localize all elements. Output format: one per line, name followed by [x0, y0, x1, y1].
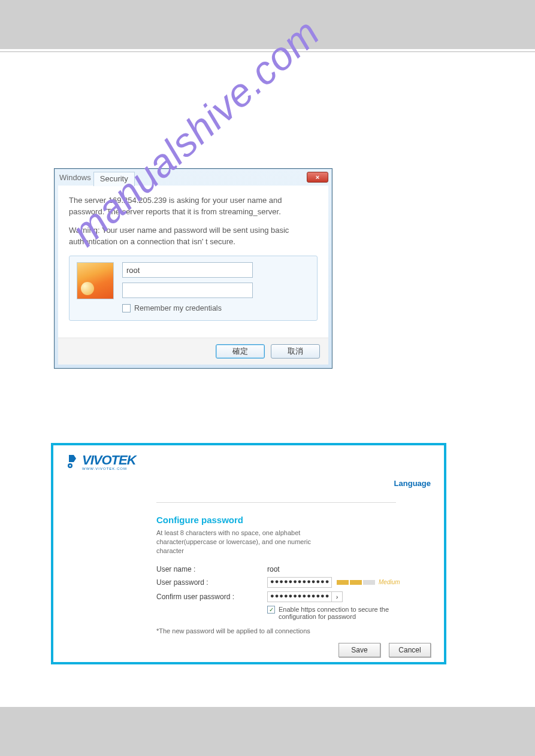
- password-hint: At least 8 characters with no space, one…: [156, 529, 312, 555]
- dialog-footer: 確定 取消: [58, 338, 328, 365]
- save-button[interactable]: Save: [338, 643, 380, 657]
- password-reveal-button[interactable]: ›: [332, 591, 343, 602]
- password-note: *The new password will be applied to all…: [156, 627, 431, 634]
- confirm-password-label: Confirm user password :: [156, 593, 267, 601]
- dialog-body: The server 169.254.205.239 is asking for…: [58, 186, 328, 365]
- dialog-message-2: Warning: Your user name and password wil…: [69, 225, 318, 248]
- https-row: ✓ Enable https connection to secure the …: [267, 606, 431, 620]
- strength-meter: Medium: [337, 579, 400, 585]
- dialog-message-1: The server 169.254.205.239 is asking for…: [69, 195, 318, 218]
- remember-label: Remember my credentials: [134, 303, 222, 314]
- password-input[interactable]: [122, 283, 253, 298]
- titlebar-tab: Security: [93, 172, 135, 186]
- cancel-button[interactable]: Cancel: [389, 643, 431, 657]
- remember-row: Remember my credentials: [122, 303, 311, 314]
- vivotek-panel: VIVOTEK WWW.VIVOTEK.COM Language Configu…: [51, 443, 446, 664]
- password-input[interactable]: ●●●●●●●●●●●●●: [267, 577, 332, 588]
- credential-fields: Remember my credentials: [122, 262, 311, 314]
- https-checkbox[interactable]: ✓: [267, 606, 275, 614]
- configure-password-form: Configure password At least 8 characters…: [156, 515, 431, 657]
- avatar-icon: [77, 262, 114, 299]
- ok-button[interactable]: 確定: [216, 344, 265, 359]
- form-title: Configure password: [156, 515, 431, 525]
- username-row: User name : root: [156, 565, 431, 573]
- cancel-button[interactable]: 取消: [271, 344, 320, 359]
- close-button[interactable]: ×: [307, 172, 328, 183]
- form-footer: Save Cancel: [156, 643, 431, 657]
- language-link[interactable]: Language: [67, 479, 431, 488]
- confirm-password-input[interactable]: ●●●●●●●●●●●●●: [267, 591, 332, 602]
- username-input[interactable]: [122, 262, 253, 278]
- strength-label: Medium: [379, 579, 400, 585]
- confirm-password-row: Confirm user password : ●●●●●●●●●●●●● ›: [156, 591, 431, 602]
- username-value: root: [267, 565, 280, 573]
- strength-segment-2: [350, 580, 362, 585]
- titlebar-prefix: Windows: [59, 173, 93, 182]
- https-label: Enable https connection to secure the co…: [279, 606, 410, 620]
- page-header-bar: [0, 0, 535, 49]
- divider: [0, 51, 535, 52]
- close-icon: ×: [316, 174, 319, 181]
- strength-segment-1: [337, 580, 349, 585]
- divider: [156, 502, 396, 503]
- vivotek-logo-icon: [67, 454, 80, 469]
- vivotek-logo: VIVOTEK WWW.VIVOTEK.COM: [67, 453, 431, 470]
- strength-segment-3: [363, 580, 375, 585]
- remember-checkbox[interactable]: [122, 304, 131, 312]
- password-row: User password : ●●●●●●●●●●●●● Medium: [156, 577, 431, 588]
- credentials-panel: Remember my credentials: [69, 256, 318, 320]
- password-label: User password :: [156, 578, 267, 587]
- svg-point-1: [69, 465, 71, 467]
- titlebar[interactable]: Windows Security ×: [55, 169, 332, 186]
- windows-security-dialog: Windows Security × The server 169.254.20…: [54, 168, 333, 369]
- vivotek-logo-text: VIVOTEK: [82, 453, 136, 468]
- page-footer-bar: [0, 707, 535, 756]
- username-label: User name :: [156, 565, 267, 573]
